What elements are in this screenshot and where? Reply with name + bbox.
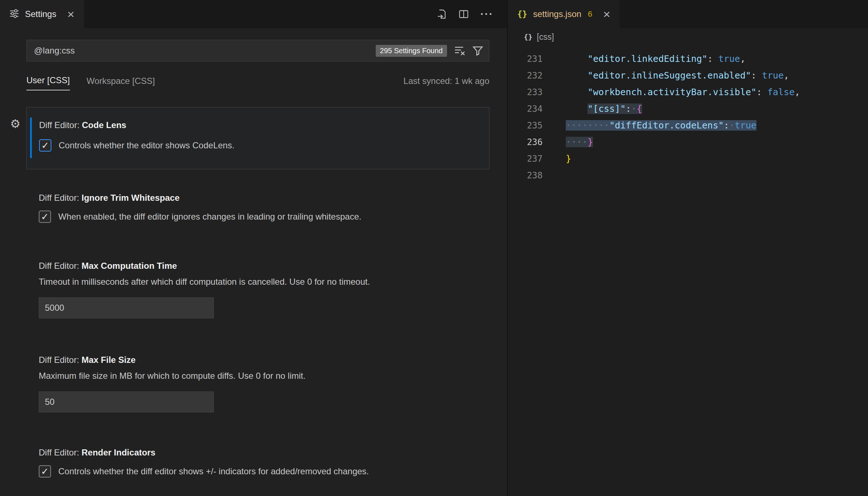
line-number: 235	[508, 117, 543, 134]
line-number: 236	[508, 134, 543, 151]
code-token	[566, 87, 587, 97]
code-line[interactable]: 233 "workbench.activityBar.visible": fal…	[508, 84, 868, 101]
setting-title: Diff Editor: Ignore Trim Whitespace	[39, 192, 489, 203]
settings-list: ⚙Diff Editor: Code Lens✓Controls whether…	[0, 107, 507, 478]
code-line[interactable]: 236····}	[508, 134, 868, 151]
setting-value-input[interactable]	[39, 297, 214, 318]
code-token: :	[757, 87, 767, 97]
line-number: 234	[508, 101, 543, 117]
tab-settings-label: Settings	[25, 9, 56, 19]
modified-indicator	[30, 118, 32, 158]
setting-row[interactable]: ⚙Diff Editor: Code Lens✓Controls whether…	[26, 107, 489, 169]
setting-title: Diff Editor: Max Computation Time	[39, 260, 489, 271]
code-line[interactable]: 231 "editor.linkedEditing": true,	[508, 51, 868, 67]
setting-title: Diff Editor: Code Lens	[39, 120, 478, 131]
code-token	[566, 103, 587, 114]
breadcrumb[interactable]: {} [css]	[508, 28, 868, 46]
code-token: ,	[784, 70, 789, 81]
code-token: :	[707, 54, 718, 64]
settings-search-input[interactable]	[33, 45, 370, 56]
split-editor-icon[interactable]	[459, 9, 469, 19]
json-file-icon: {}	[517, 9, 527, 19]
setting-checkbox[interactable]: ✓	[39, 211, 51, 223]
setting-description: When enabled, the diff editor ignores ch…	[58, 211, 361, 222]
vscode-workbench: Settings × ···	[0, 0, 868, 496]
line-number: 233	[508, 84, 543, 101]
editor-title-actions: ···	[437, 0, 507, 28]
last-synced-label: Last synced: 1 wk ago	[404, 76, 489, 90]
code-token: :	[751, 70, 762, 81]
line-number: 238	[508, 167, 543, 184]
code-token: "diffEditor.codeLens"	[609, 120, 724, 131]
code-token: ·	[729, 120, 735, 131]
symbol-object-icon: {}	[524, 33, 532, 41]
setting-row[interactable]: Diff Editor: Max File SizeMaximum file s…	[39, 355, 489, 412]
code-token: ····	[566, 137, 587, 147]
setting-row[interactable]: Diff Editor: Ignore Trim Whitespace✓When…	[39, 192, 489, 223]
more-actions-icon[interactable]: ···	[480, 8, 493, 20]
tab-settings-json-label: settings.json	[533, 9, 581, 19]
code-token: {	[637, 103, 642, 114]
code-token: true	[762, 70, 784, 81]
setting-row[interactable]: Diff Editor: Max Computation TimeTimeout…	[39, 260, 489, 318]
setting-value-input[interactable]	[39, 391, 214, 412]
tab-settings-json[interactable]: {} settings.json 6 ×	[508, 0, 620, 28]
settings-editor-pane: Settings × ···	[0, 0, 507, 496]
line-number: 237	[508, 151, 543, 167]
settings-search[interactable]: 295 Settings Found	[26, 40, 489, 62]
settings-count-badge: 295 Settings Found	[376, 45, 447, 57]
code-token: false	[767, 87, 795, 97]
code-token	[566, 54, 587, 64]
code-token: "editor.linkedEditing"	[587, 54, 707, 64]
code-token: "editor.inlineSuggest.enabled"	[587, 70, 751, 81]
filter-icon[interactable]	[472, 45, 483, 56]
code-token: ,	[740, 54, 746, 64]
setting-description: Timeout in milliseconds after which diff…	[39, 276, 489, 287]
close-tab-icon[interactable]: ×	[603, 8, 610, 20]
left-tab-bar: Settings × ···	[0, 0, 507, 28]
clear-filters-icon[interactable]	[454, 45, 465, 56]
json-editor-pane: {} settings.json 6 × {} [css] 231 "edito…	[507, 0, 868, 496]
setting-description: Controls whether the diff editor shows +…	[58, 466, 369, 477]
code-token: "[css]"	[587, 103, 625, 114]
code-token: ,	[795, 87, 800, 97]
tab-workspace-css[interactable]: Workspace [CSS]	[87, 76, 155, 90]
tab-settings[interactable]: Settings ×	[0, 0, 84, 28]
code-token: :	[626, 103, 631, 114]
code-token: }	[587, 137, 593, 147]
setting-title: Diff Editor: Max File Size	[39, 355, 489, 365]
breadcrumb-item-css[interactable]: [css]	[537, 32, 554, 42]
code-token: }	[566, 153, 571, 164]
setting-checkbox[interactable]: ✓	[39, 465, 51, 478]
setting-checkbox[interactable]: ✓	[39, 139, 51, 152]
settings-sliders-icon	[9, 9, 19, 20]
line-number: 232	[508, 67, 543, 84]
close-tab-icon[interactable]: ×	[67, 8, 75, 20]
right-tab-bar: {} settings.json 6 ×	[508, 0, 868, 28]
problems-count-badge: 6	[588, 9, 592, 19]
tab-user-css[interactable]: User [CSS]	[26, 75, 70, 90]
edit-setting-gear-icon[interactable]: ⚙	[10, 117, 21, 131]
setting-description: Maximum file size in MB for which to com…	[39, 370, 489, 381]
code-token	[566, 70, 587, 81]
code-line[interactable]: 234 "[css]":·{	[508, 101, 868, 117]
code-line[interactable]: 235········"diffEditor.codeLens":·true	[508, 117, 868, 134]
code-token: ········	[566, 120, 609, 131]
code-token: true	[718, 54, 740, 64]
setting-row[interactable]: Diff Editor: Render Indicators✓Controls …	[39, 447, 489, 478]
code-line[interactable]: 232 "editor.inlineSuggest.enabled": true…	[508, 67, 868, 84]
setting-title: Diff Editor: Render Indicators	[39, 447, 489, 458]
code-token: true	[735, 120, 757, 131]
code-lines[interactable]: 231 "editor.linkedEditing": true,232 "ed…	[508, 46, 868, 184]
code-token: "workbench.activityBar.visible"	[587, 87, 757, 97]
code-token: ·	[631, 103, 637, 114]
code-line[interactable]: 237}	[508, 151, 868, 167]
code-line[interactable]: 238	[508, 167, 868, 184]
settings-body: 295 Settings Found User [CSS] Workspace …	[0, 28, 507, 496]
open-settings-json-icon[interactable]	[437, 9, 447, 19]
settings-scope-row: User [CSS] Workspace [CSS] Last synced: …	[26, 75, 489, 90]
line-number: 231	[508, 51, 543, 67]
setting-description: Controls whether the editor shows CodeLe…	[59, 140, 235, 151]
code-token: :	[724, 120, 729, 131]
